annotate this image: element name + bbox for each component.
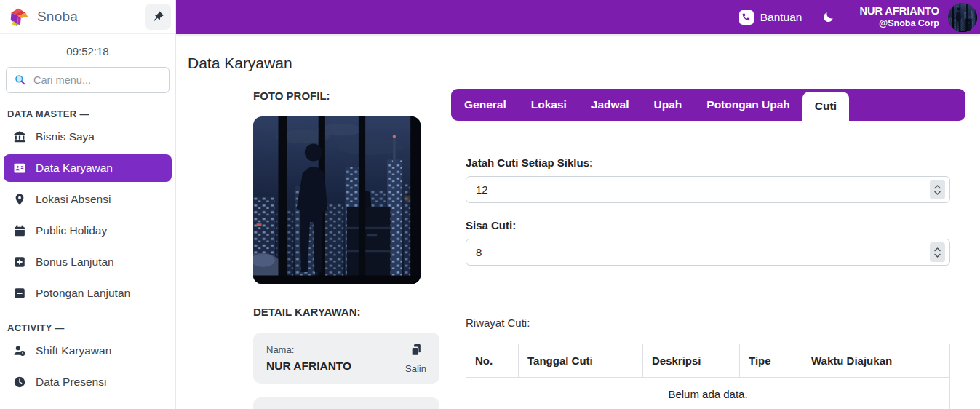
stepper-chevrons-icon [934, 247, 941, 258]
main-content: Data Karyawan FOTO PROFIL: DETAIL KARYAW… [176, 34, 980, 409]
riwayat-cuti-table: No. Tanggal Cuti Deskripsi Tipe Waktu Di… [466, 344, 950, 409]
section-label-activity: ACTIVITY — [7, 322, 175, 333]
sidebar-item-potongan-lanjutan[interactable]: Potongan Lanjutan [4, 279, 172, 307]
detail-card-nama: Nama: NUR AFRIANTO Salin [253, 333, 439, 384]
plus-square-icon [13, 255, 26, 269]
cuti-form: Jatah Cuti Setiap Siklus: Sisa Cuti: [451, 156, 965, 409]
field-value: NUR AFRIANTO [266, 360, 351, 373]
tab-jadwal[interactable]: Jadwal [579, 89, 642, 121]
sidebar-item-data-karyawan[interactable]: Data Karyawan [4, 154, 172, 182]
tab-general[interactable]: General [452, 89, 519, 121]
page-title: Data Karyawan [188, 55, 292, 72]
employee-detail-column: General Lokasi Jadwal Upah Potongan Upah… [451, 89, 965, 409]
sidebar-item-label: Data Presensi [36, 376, 106, 389]
sidebar-item-label: Shift Karyawan [36, 344, 111, 357]
sidebar-item-shift-karyawan[interactable]: Shift Karyawan [4, 337, 172, 365]
copy-button[interactable]: Salin [405, 343, 426, 374]
column-header-deskripsi: Deskripsi [643, 344, 740, 378]
clock-icon [13, 376, 26, 389]
sidebar-item-label: Lokasi Absensi [36, 193, 111, 206]
column-header-tanggal-cuti: Tanggal Cuti [519, 344, 643, 378]
tab-potongan-upah[interactable]: Potongan Upah [694, 89, 802, 121]
calendar-icon [13, 224, 26, 237]
sidebar-item-bisnis-saya[interactable]: Bisnis Saya [4, 123, 172, 151]
search-icon [13, 73, 27, 87]
user-menu[interactable]: NUR AFRIANTO @Snoba Corp [859, 5, 939, 28]
sidebar: Snoba 09:52:18 DATA MASTER — Bisnis Saya [0, 0, 176, 409]
moon-icon [821, 11, 834, 24]
table-header-row: No. Tanggal Cuti Deskripsi Tipe Waktu Di… [466, 344, 950, 378]
jatah-cuti-label: Jatah Cuti Setiap Siklus: [466, 156, 950, 169]
riwayat-cuti-label: Riwayat Cuti: [466, 317, 950, 329]
id-card-icon [13, 162, 26, 175]
phone-icon [739, 10, 754, 25]
column-header-waktu-diajukan: Waktu Diajukan [802, 344, 950, 378]
tab-lokasi[interactable]: Lokasi [519, 89, 579, 121]
menu-search [6, 67, 170, 93]
tab-cuti[interactable]: Cuti [802, 92, 849, 126]
copy-label: Salin [405, 363, 426, 374]
user-name: NUR AFRIANTO [859, 5, 939, 17]
sidebar-item-label: Bonus Lanjutan [36, 255, 114, 269]
empty-row: Belum ada data. [466, 378, 950, 409]
help-button[interactable]: Bantuan [739, 10, 802, 25]
map-pin-icon [13, 193, 26, 206]
minus-square-icon [13, 287, 26, 300]
dark-mode-button[interactable] [821, 11, 834, 24]
sidebar-item-public-holiday[interactable]: Public Holiday [4, 217, 172, 245]
detail-card-next [253, 397, 439, 409]
sidebar-item-label: Public Holiday [36, 224, 107, 237]
user-org: @Snoba Corp [859, 18, 939, 29]
stepper-chevrons-icon [934, 184, 941, 196]
help-label: Bantuan [760, 11, 802, 24]
pin-sidebar-button[interactable] [145, 4, 171, 30]
pushpin-icon [151, 10, 165, 24]
current-time: 09:52:18 [0, 45, 175, 57]
tab-upah[interactable]: Upah [642, 89, 695, 121]
sisa-cuti-field [466, 239, 950, 266]
jatah-cuti-field [466, 176, 950, 203]
sidebar-item-lokasi-absensi[interactable]: Lokasi Absensi [4, 186, 172, 213]
snoba-logo-icon [7, 6, 29, 28]
section-label-data-master: DATA MASTER — [7, 108, 175, 119]
sidebar-item-data-presensi[interactable]: Data Presensi [4, 368, 172, 396]
sidebar-item-bonus-lanjutan[interactable]: Bonus Lanjutan [4, 248, 172, 276]
detail-label: DETAIL KARYAWAN: [253, 306, 439, 318]
sisa-cuti-label: Sisa Cuti: [466, 219, 950, 231]
brand-name: Snoba [37, 9, 78, 25]
profile-photo [253, 116, 421, 284]
column-header-no: No. [466, 344, 519, 378]
number-stepper[interactable] [930, 180, 945, 199]
detail-field: Nama: NUR AFRIANTO [266, 344, 351, 373]
number-stepper[interactable] [930, 242, 945, 262]
avatar[interactable] [948, 3, 977, 32]
empty-message: Belum ada data. [466, 378, 950, 409]
tabbar: General Lokasi Jadwal Upah Potongan Upah… [451, 89, 965, 121]
search-input[interactable] [6, 67, 170, 93]
copy-icon [409, 343, 423, 357]
brand-bar: Snoba [0, 0, 175, 34]
topbar: Bantuan NUR AFRIANTO @Snoba Corp [176, 0, 980, 34]
sidebar-item-label: Bisnis Saya [36, 130, 95, 143]
bank-icon [13, 130, 26, 143]
jatah-cuti-input[interactable] [466, 176, 950, 203]
user-clock-icon [13, 344, 26, 357]
sisa-cuti-input[interactable] [466, 239, 950, 266]
employee-summary-column: FOTO PROFIL: DETAIL KARYAWAN: Nama: NUR … [253, 90, 439, 409]
sidebar-item-label: Data Karyawan [36, 162, 113, 175]
column-header-tipe: Tipe [740, 344, 802, 378]
field-label: Nama: [266, 344, 351, 355]
photo-label: FOTO PROFIL: [253, 90, 439, 102]
sidebar-item-label: Potongan Lanjutan [36, 287, 130, 300]
